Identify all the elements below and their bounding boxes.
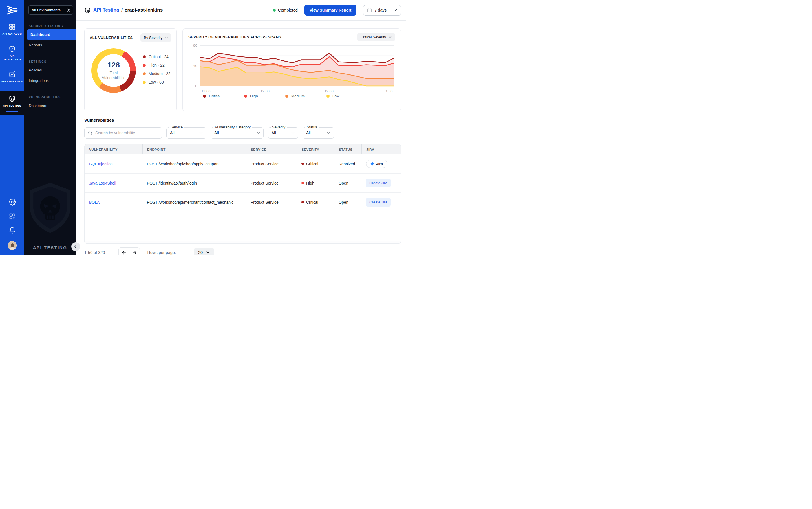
all-vulnerabilities-card: ALL VULNERABILITIES By Severity 128 Tota… bbox=[84, 29, 177, 111]
chevron-down-icon bbox=[394, 9, 397, 11]
filter-vulnerability-category[interactable]: Vulnerability Category All bbox=[211, 127, 264, 139]
rail-bottom bbox=[8, 199, 16, 250]
rail-item-api-catalog[interactable]: API CATALOG bbox=[0, 20, 24, 38]
jira-link-button[interactable]: Jira bbox=[366, 160, 387, 168]
severity-label: High bbox=[306, 181, 315, 185]
breadcrumb-app-link[interactable]: API Testing bbox=[93, 7, 119, 13]
legend-label: Medium bbox=[291, 94, 305, 98]
sidebar-item-reports[interactable]: Reports bbox=[24, 40, 76, 50]
vulnerability-link[interactable]: BOLA bbox=[89, 200, 100, 205]
endpoint-cell: POST /identity/api/auth/login bbox=[142, 181, 246, 185]
vulnerability-link[interactable]: SQL Injection bbox=[89, 162, 113, 166]
arrow-right-icon bbox=[132, 250, 137, 255]
table-row: BOLA POST /workshop/api/merchant/contact… bbox=[84, 193, 401, 212]
environment-selector[interactable]: All Environments bbox=[29, 5, 73, 15]
legend-dot bbox=[327, 95, 330, 98]
rows-per-page-label: Rows per page: bbox=[147, 250, 176, 254]
rows-per-page-select[interactable]: 20 bbox=[194, 248, 214, 254]
horizontal-scrollbar[interactable] bbox=[84, 241, 401, 243]
legend-dot bbox=[285, 95, 288, 98]
create-jira-button[interactable]: Create Jira bbox=[366, 198, 391, 207]
legend-dot bbox=[203, 95, 206, 98]
brand-logo[interactable] bbox=[6, 3, 19, 16]
severity-label: Critical bbox=[306, 200, 318, 205]
filter-severity[interactable]: Severity All bbox=[268, 127, 298, 139]
pagination-bar: 1-50 of 320 Rows per page: 20 bbox=[84, 247, 401, 254]
severity-trend-card: SEVERITY OF VULNERABILITIES ACROSS SCANS… bbox=[182, 29, 401, 111]
column-header-vulnerability[interactable]: VULNERABILITY bbox=[84, 144, 142, 154]
filter-service[interactable]: Service All bbox=[167, 127, 207, 139]
next-page-button[interactable] bbox=[129, 247, 140, 254]
rail-item-api-testing[interactable]: API TESTING bbox=[0, 91, 24, 115]
severity-cell: High bbox=[297, 181, 334, 185]
status-cell: Resolved bbox=[334, 162, 362, 166]
apps-add-icon[interactable] bbox=[9, 213, 16, 220]
legend-dot bbox=[143, 81, 146, 84]
legend-dot bbox=[244, 95, 247, 98]
filter-value: All bbox=[306, 131, 311, 135]
legend-label: Low bbox=[332, 94, 339, 98]
skull-shield-watermark bbox=[28, 181, 73, 235]
status-cell: Open bbox=[334, 181, 362, 185]
rail-item-label: API ANALYTICS bbox=[1, 80, 23, 83]
table-row: SQL Injection POST /workshop/api/shop/ap… bbox=[84, 154, 401, 173]
severity-cell: Critical bbox=[297, 162, 334, 166]
filter-label: Status bbox=[305, 125, 319, 129]
vulnerability-search[interactable] bbox=[84, 127, 162, 139]
column-header-jira[interactable]: JIRA bbox=[362, 144, 401, 154]
severity-dot bbox=[301, 201, 304, 203]
vulnerabilities-section-title: Vulnerabilities bbox=[84, 118, 406, 123]
chevron-down-icon bbox=[291, 132, 295, 134]
severity-dot bbox=[301, 182, 304, 184]
api-testing-shield-icon bbox=[84, 7, 91, 13]
donut-groupby-value: By Severity bbox=[144, 36, 162, 40]
breadcrumb-separator: / bbox=[121, 7, 123, 13]
trend-severity-dropdown[interactable]: Critical Severity bbox=[357, 33, 395, 41]
rail-item-api-analytics[interactable]: API ANALYTICS bbox=[0, 68, 24, 86]
calendar-icon bbox=[367, 8, 372, 13]
vulnerabilities-donut-chart: 128 Total Vulnerabilities bbox=[91, 48, 136, 93]
column-header-status[interactable]: STATUS bbox=[334, 144, 362, 154]
view-summary-report-button[interactable]: View Summary Report bbox=[304, 5, 356, 15]
main-content: API Testing / crapi-ast-jenkins Complete… bbox=[76, 0, 406, 254]
sidebar-collapse-button[interactable] bbox=[71, 242, 80, 251]
active-rail-indicator bbox=[6, 111, 18, 112]
jira-logo-icon bbox=[370, 162, 374, 166]
table-header-row: VULNERABILITY ENDPOINT SERVICE SEVERITY … bbox=[84, 144, 401, 154]
donut-groupby-dropdown[interactable]: By Severity bbox=[140, 33, 172, 42]
sidebar-item-policies[interactable]: Policies bbox=[24, 65, 76, 75]
column-header-service[interactable]: SERVICE bbox=[246, 144, 297, 154]
legend-dot bbox=[143, 72, 146, 75]
trend-severity-value: Critical Severity bbox=[361, 35, 386, 39]
sidebar-item-vuln-dashboard[interactable]: Dashboard bbox=[24, 100, 76, 111]
severity-cell: Critical bbox=[297, 200, 334, 205]
vulnerability-link[interactable]: Java Log4Shell bbox=[89, 181, 116, 185]
column-header-endpoint[interactable]: ENDPOINT bbox=[142, 144, 246, 154]
create-jira-button[interactable]: Create Jira bbox=[366, 179, 391, 188]
settings-gear-icon[interactable] bbox=[9, 199, 16, 206]
primary-rail: API CATALOG API PROTECTION API ANALYTICS bbox=[0, 0, 24, 254]
previous-page-button[interactable] bbox=[118, 247, 129, 254]
rail-item-api-protection[interactable]: API PROTECTION bbox=[0, 42, 24, 64]
legend-label: Critical - 24 bbox=[149, 55, 169, 59]
legend-label: Low - 60 bbox=[149, 80, 164, 84]
legend-label: Critical bbox=[209, 94, 220, 98]
legend-item-medium: Medium - 22 bbox=[143, 71, 171, 76]
legend-dot bbox=[143, 55, 146, 58]
sidebar-footer-label: API TESTING bbox=[24, 245, 76, 250]
table-empty-space bbox=[84, 212, 401, 241]
chevron-down-icon bbox=[206, 251, 210, 253]
filter-label: Vulnerability Category bbox=[214, 125, 252, 129]
notifications-bell-icon[interactable] bbox=[9, 227, 16, 234]
sidebar-item-dashboard[interactable]: Dashboard bbox=[27, 29, 76, 40]
column-header-severity[interactable]: SEVERITY bbox=[297, 144, 334, 154]
chevron-down-icon bbox=[199, 132, 203, 134]
sidebar-item-integrations[interactable]: Integrations bbox=[24, 75, 76, 86]
svg-text:12:00: 12:00 bbox=[325, 89, 334, 93]
date-range-picker[interactable]: 7 days bbox=[363, 5, 401, 15]
user-avatar[interactable] bbox=[8, 241, 16, 250]
search-input[interactable] bbox=[95, 131, 158, 135]
chevron-double-right-icon[interactable] bbox=[65, 6, 73, 14]
filter-status[interactable]: Status All bbox=[302, 127, 334, 139]
arrow-left-icon bbox=[121, 250, 126, 255]
